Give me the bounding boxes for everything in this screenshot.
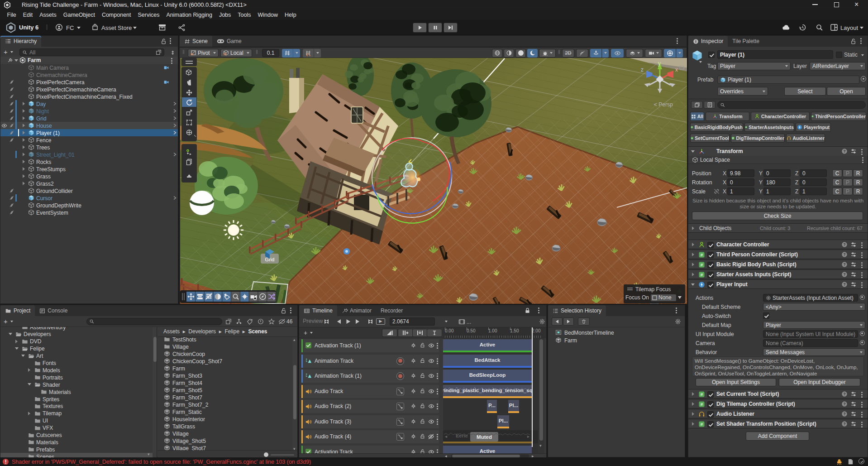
- svg-text:y: y: [658, 60, 661, 67]
- svg-text:Y: Y: [288, 53, 290, 56]
- svg-text:Grid: Grid: [265, 257, 275, 262]
- svg-text:x: x: [675, 67, 678, 73]
- svg-text:z: z: [641, 67, 644, 73]
- svg-text:None: None: [658, 294, 672, 301]
- svg-text:Focus On: Focus On: [625, 294, 649, 301]
- svg-text:Tilemap Focus: Tilemap Focus: [635, 286, 671, 293]
- svg-text:< Persp: < Persp: [654, 101, 673, 108]
